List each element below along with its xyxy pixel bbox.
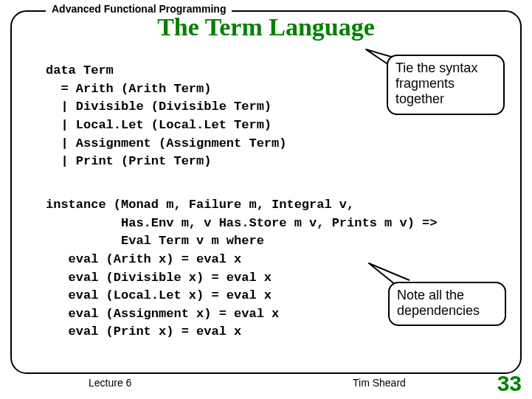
footer-author: Tim Sheard bbox=[353, 377, 406, 389]
page-number: 33 bbox=[497, 371, 522, 396]
callout-tie-syntax: Tie the syntax fragments together bbox=[387, 55, 505, 115]
code-block-data-term: data Term = Arith (Arith Term) | Divisib… bbox=[46, 62, 286, 171]
slide-title: The Term Language bbox=[0, 13, 532, 41]
callout-dependencies: Note all the dependencies bbox=[388, 282, 506, 326]
footer-lecture: Lecture 6 bbox=[89, 377, 131, 389]
